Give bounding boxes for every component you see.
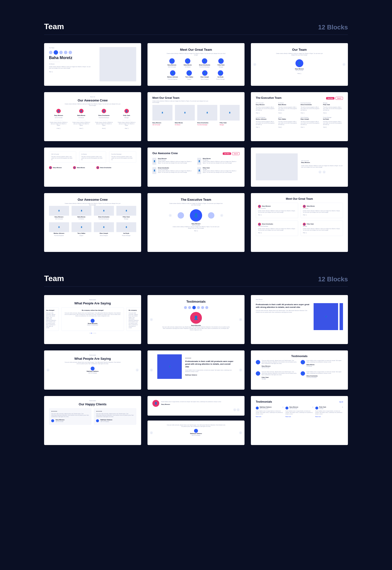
avatar: 👤 bbox=[185, 58, 190, 64]
prev-arrow[interactable]: ‹ bbox=[47, 369, 49, 371]
avatar-icon: 👤 bbox=[303, 205, 306, 208]
prev-arrow[interactable]: ‹ bbox=[150, 369, 153, 371]
avatar-dot[interactable] bbox=[69, 51, 72, 54]
person-name: Bakhtiyar Sattarov bbox=[185, 374, 235, 376]
prev-arrow[interactable]: ‹ bbox=[319, 171, 322, 173]
team-block-split-photo[interactable]: CEO & Founder Dany Monson Create screens… bbox=[251, 147, 348, 187]
testimonial-text: Cras quis nulla commodo, aliquam lectus … bbox=[64, 362, 121, 365]
see-all-link[interactable]: See All bbox=[339, 401, 343, 403]
team-block-profile-slider[interactable]: Our Team 👤 Baha Moretz Art Director Crea… bbox=[44, 43, 141, 86]
prev-arrow[interactable]: ‹ bbox=[169, 214, 172, 217]
photo-placeholder: 👤 bbox=[175, 105, 195, 121]
team-block-4-boxes-pink[interactable]: Meet Our Great Team 👤Dany MonsonCEO & Fo… bbox=[251, 193, 348, 252]
testimonial-block-quote-image[interactable]: Dany Monson Professionals in their craft… bbox=[251, 295, 348, 344]
avatar: 👤 bbox=[91, 319, 95, 323]
avatar-faded[interactable] bbox=[208, 212, 214, 219]
testimonial-block-saying-single[interactable]: Testimonials What People Are Saying ‹ › … bbox=[44, 350, 141, 390]
testimonial-block-happy-clients[interactable]: Testimonials Our Happy Clients ★★★★★Cras… bbox=[44, 396, 141, 445]
next-arrow[interactable]: › bbox=[323, 171, 326, 173]
block-title: Meet Our Great Team bbox=[256, 197, 343, 201]
photo-placeholder: 👤 bbox=[116, 206, 137, 216]
testimonial-block-centered-small[interactable]: ‹ › Cras quis nulla commodo, aliquam lec… bbox=[147, 421, 245, 445]
team-block-photo-squares[interactable]: Meet Our Great Team Create screens direc… bbox=[147, 92, 245, 141]
next-arrow[interactable]: › bbox=[237, 408, 240, 411]
next-arrow[interactable]: › bbox=[239, 318, 242, 321]
avatar-icon: 👤 bbox=[258, 205, 261, 208]
team-block-executive-carousel[interactable]: The Executive Team Create screens direct… bbox=[147, 193, 245, 252]
social-links[interactable]: ⚑ ✖ ⓕ bbox=[194, 230, 198, 232]
prev-arrow[interactable]: ‹ bbox=[150, 318, 153, 321]
team-block-awesome-4-pink[interactable]: About Us Our Awesome Crew Create screens… bbox=[44, 92, 141, 141]
team-block-awesome-list[interactable]: Our Awesome Crew Join NowSearch 👤Dany Mo… bbox=[147, 147, 245, 187]
block-title: Our Awesome Crew bbox=[152, 151, 178, 155]
team-block-awesome-8-photos[interactable]: Our Awesome Crew Create screens directly… bbox=[44, 193, 141, 252]
testimonial-block-3-columns[interactable]: Testimonials See All 👤Bakhtiyar Sattarov… bbox=[251, 396, 348, 445]
section-count: 12 Blocks bbox=[318, 275, 348, 283]
prev-arrow[interactable]: ‹ bbox=[253, 63, 256, 66]
block-desc: Create screens directly in Method or add… bbox=[275, 53, 324, 56]
testimonial-block-inline-pink[interactable]: 👤 Donec facilisis tortor ut augue lacini… bbox=[147, 396, 245, 416]
avatar: 👤 bbox=[295, 59, 303, 67]
join-button[interactable]: Join Now bbox=[326, 97, 335, 100]
avatar-faded[interactable] bbox=[178, 212, 184, 219]
next-arrow[interactable]: › bbox=[239, 431, 242, 434]
block-title: Our Awesome Crew bbox=[49, 198, 136, 202]
photo-placeholder: 👤 bbox=[71, 222, 92, 232]
avatar-dot[interactable] bbox=[49, 51, 52, 54]
person-role: CEO of Company bbox=[49, 372, 136, 374]
person-desc: Create screens directly in Method or add… bbox=[171, 226, 221, 229]
avatar-dot[interactable] bbox=[64, 51, 67, 54]
block-desc: Create screens directly in Method or add… bbox=[152, 100, 209, 103]
search-button[interactable]: Search bbox=[336, 97, 343, 100]
photo-placeholder: 👤 bbox=[71, 206, 92, 216]
team-block-executive-grid[interactable]: The Executive Team Join NowSearch CEO & … bbox=[251, 92, 348, 141]
avatar: 👤 bbox=[186, 70, 192, 76]
avatar-icon: 👤 bbox=[73, 166, 76, 169]
block-title: Testimonials bbox=[152, 299, 240, 304]
next-arrow[interactable]: › bbox=[343, 63, 345, 66]
testimonial-grid: Testimonials What People Are Saying has … bbox=[44, 295, 348, 445]
avatar: 👤 bbox=[51, 419, 54, 422]
block-title: Meet Our Great Team bbox=[152, 47, 240, 52]
section-title: Team bbox=[44, 274, 64, 283]
block-desc: Create screens directly in Method or add… bbox=[165, 53, 227, 56]
testimonial-text: Cras quis nulla commodo, aliquam lectus … bbox=[167, 425, 225, 428]
photo-placeholder: 👤 bbox=[94, 206, 114, 216]
testimonial-block-slider-cards[interactable]: Testimonials What People Are Saying has … bbox=[44, 295, 141, 344]
prev-arrow[interactable]: ‹ bbox=[233, 408, 236, 411]
next-arrow[interactable]: › bbox=[136, 369, 139, 371]
search-button[interactable]: Search bbox=[232, 152, 240, 155]
prev-arrow[interactable]: ‹ bbox=[150, 431, 153, 434]
avatar: 👤 bbox=[202, 58, 207, 64]
avatar: 👤 bbox=[152, 400, 159, 407]
read-more-link[interactable]: Read more bbox=[315, 416, 343, 418]
social-links[interactable]: ⚑ ✖ ⓕ bbox=[49, 71, 53, 73]
avatar-dot[interactable] bbox=[59, 51, 63, 54]
next-arrow[interactable]: › bbox=[239, 369, 242, 371]
next-arrow[interactable]: › bbox=[220, 214, 223, 217]
testimonial-block-big-avatar[interactable]: Testimonials 👤 ‹ › 👤 David Moumtto Cras … bbox=[147, 295, 245, 344]
social-links[interactable]: ⚑ ✖ ⓕ bbox=[297, 73, 301, 74]
avatar-icon: 👤 bbox=[258, 223, 261, 226]
avatar: 👤 bbox=[96, 419, 99, 422]
join-button[interactable]: Join Now bbox=[223, 152, 231, 155]
testimonial-block-image-stars[interactable]: ‹ › 👤 ★★★★★ Professionals in their craft… bbox=[147, 350, 245, 390]
team-block-grid-8[interactable]: Meet Our Great Team Create screens direc… bbox=[147, 43, 245, 86]
avatar-dot-active[interactable]: 👤 bbox=[54, 50, 58, 55]
team-block-single-carousel[interactable]: Our Team Create screens directly in Meth… bbox=[251, 43, 348, 86]
testimonial-text: Cras quis nulla commodo, aliquam lectus … bbox=[162, 327, 230, 331]
avatar: 👤 bbox=[79, 109, 84, 113]
read-more-link[interactable]: Read more bbox=[285, 416, 313, 418]
team-block-3-pills[interactable]: CEO & FounderThe add or remove programs … bbox=[44, 147, 141, 187]
section-count: 12 Blocks bbox=[318, 24, 348, 31]
testimonial-block-4-bullets[interactable]: Testimonials 👤Cras quis nulla commodo, a… bbox=[251, 350, 348, 390]
photo-placeholder: 👤 bbox=[220, 105, 240, 121]
avatar: 👤 bbox=[56, 109, 61, 113]
read-more-link[interactable]: Read more bbox=[256, 416, 283, 418]
quote-text: Professionals in their craft! All produc… bbox=[185, 360, 235, 368]
profile-role: Art Director bbox=[49, 63, 96, 65]
pager-dots[interactable] bbox=[44, 333, 141, 333]
avatar: 👤 bbox=[125, 109, 129, 113]
block-title: What People Are Saying bbox=[44, 301, 141, 306]
author-name: Dany Monson bbox=[256, 299, 343, 300]
